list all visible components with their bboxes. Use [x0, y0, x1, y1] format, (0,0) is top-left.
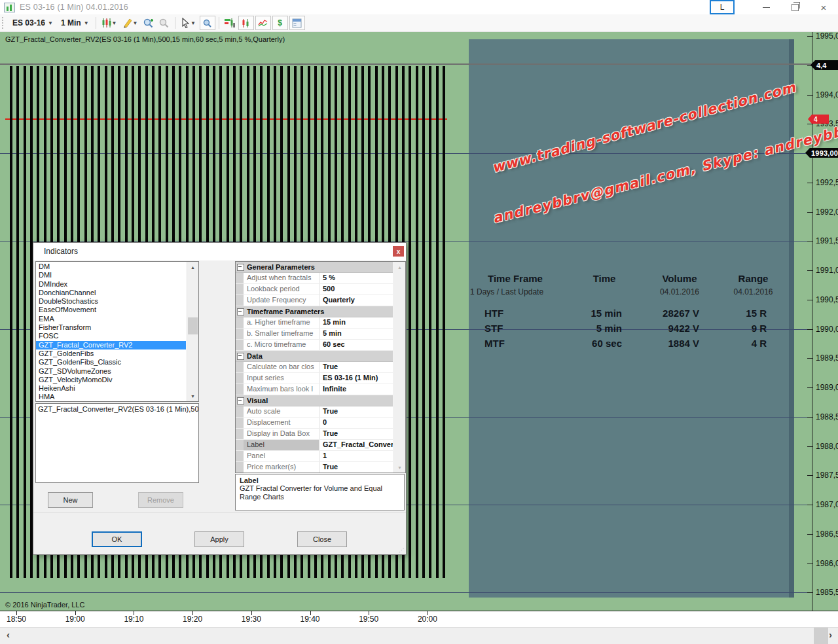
- property-value[interactable]: 1: [319, 451, 393, 461]
- property-value[interactable]: True: [319, 429, 393, 439]
- property-value[interactable]: 0: [319, 418, 393, 428]
- minimize-button[interactable]: [752, 0, 780, 14]
- property-value[interactable]: True: [319, 362, 393, 372]
- indicator-list-item[interactable]: GZT_VelocityMomoDiv: [36, 376, 186, 384]
- property-row[interactable]: Panel1: [236, 451, 393, 462]
- available-indicators-list[interactable]: DMDMIDMIndexDonchianChannelDoubleStochas…: [35, 261, 199, 402]
- ok-button[interactable]: OK: [92, 531, 142, 547]
- list-scrollbar[interactable]: ▲ ▼: [187, 262, 198, 401]
- property-value[interactable]: 5 min: [319, 329, 393, 339]
- interval-selector[interactable]: 1 Min▼: [57, 17, 93, 29]
- indicator-list-item[interactable]: GZT_Fractal_Converter_RV2: [36, 341, 186, 349]
- apply-button[interactable]: Apply: [194, 531, 244, 547]
- row-indent: [236, 451, 244, 461]
- new-button[interactable]: New: [48, 492, 93, 508]
- property-row[interactable]: Display in Data BoxTrue: [236, 429, 393, 440]
- horizontal-scrollbar[interactable]: ‹ ›: [0, 627, 838, 644]
- indicator-list-item[interactable]: HMA: [36, 393, 186, 401]
- scroll-left-icon[interactable]: ‹: [7, 629, 10, 640]
- indicator-list-item[interactable]: EMA: [36, 315, 186, 323]
- scroll-down-icon[interactable]: ▼: [187, 391, 198, 401]
- indicator-list-item[interactable]: DonchianChannel: [36, 289, 186, 297]
- bars-panel-button[interactable]: [238, 16, 254, 30]
- property-value[interactable]: Quarterly: [319, 295, 393, 306]
- indicator-list-item[interactable]: GZT_GoldenFibs_Classic: [36, 358, 186, 367]
- collapse-icon[interactable]: [237, 353, 244, 360]
- close-button[interactable]: ×: [809, 0, 838, 14]
- resize-grip[interactable]: ⋰: [399, 548, 404, 553]
- property-row[interactable]: c. Micro timeframe60 sec: [236, 340, 393, 351]
- indicator-list-item[interactable]: FOSC: [36, 332, 186, 340]
- property-row[interactable]: Lookback period500: [236, 284, 393, 295]
- price-tick-label: 1990,50: [816, 295, 838, 304]
- property-value[interactable]: 500: [319, 284, 393, 295]
- maximize-button[interactable]: [780, 0, 809, 14]
- indicator-list-item[interactable]: DMIndex: [36, 280, 186, 289]
- scroll-down-icon[interactable]: ▼: [394, 462, 405, 473]
- indicator-list-item[interactable]: EaseOfMovement: [36, 306, 186, 314]
- h-scrollbar-thumb[interactable]: [814, 628, 828, 644]
- instrument-selector[interactable]: ES 03-16▼: [9, 17, 57, 29]
- configured-indicators-list[interactable]: GZT_Fractal_Converter_RV2(ES 03-16 (1 Mi…: [35, 403, 199, 483]
- price-tick-label: 1995,00: [816, 31, 838, 41]
- list-scrollbar-thumb[interactable]: [188, 317, 198, 334]
- property-row[interactable]: a. Higher timeframe15 min: [236, 317, 393, 329]
- scroll-right-icon[interactable]: ›: [829, 629, 832, 640]
- indicator-list-item[interactable]: GZT_SDVolumeZones: [36, 367, 186, 376]
- scroll-up-icon[interactable]: ▲: [187, 262, 198, 272]
- collapse-icon[interactable]: [237, 264, 244, 271]
- cursor-tool-button[interactable]: ▼: [179, 16, 198, 29]
- indicator-list-item[interactable]: FisherTransform: [36, 323, 186, 332]
- property-row[interactable]: Price marker(s)True: [236, 462, 393, 473]
- property-grid[interactable]: General ParametersAdjust when fractals5 …: [235, 261, 406, 473]
- line-chart-button[interactable]: [255, 16, 271, 30]
- properties-button[interactable]: [289, 16, 305, 30]
- property-row[interactable]: Input seriesES 03-16 (1 Min): [236, 373, 393, 384]
- property-value[interactable]: 15 min: [319, 317, 393, 328]
- property-category-row[interactable]: Visual: [236, 395, 393, 406]
- property-row[interactable]: LabelGZT_Fractal_Conver: [236, 440, 393, 451]
- property-row[interactable]: Calculate on bar closTrue: [236, 362, 393, 373]
- chart-style-button[interactable]: ▼: [100, 16, 119, 29]
- dialog-close-button[interactable]: x: [393, 246, 404, 257]
- property-value[interactable]: True: [319, 406, 393, 417]
- property-row[interactable]: Auto scaleTrue: [236, 406, 393, 418]
- property-grid-scrollbar[interactable]: ▲ ▼: [393, 262, 405, 473]
- property-value[interactable]: 60 sec: [319, 340, 393, 350]
- property-row[interactable]: Adjust when fractals5 %: [236, 273, 393, 284]
- property-value[interactable]: GZT_Fractal_Conver: [319, 440, 393, 450]
- property-value[interactable]: Infinite: [319, 384, 393, 395]
- indicator-list-item[interactable]: HeikenAshi: [36, 384, 186, 393]
- property-value[interactable]: 5 %: [319, 273, 393, 283]
- link-button[interactable]: L: [710, 0, 735, 14]
- indicator-list-item[interactable]: DM: [36, 262, 186, 271]
- property-row[interactable]: Update FrequencyQuarterly: [236, 295, 393, 306]
- data-box-button[interactable]: [200, 16, 215, 30]
- property-category-row[interactable]: Timeframe Parameters: [236, 306, 393, 317]
- zoom-in-button[interactable]: [141, 16, 156, 29]
- property-value[interactable]: True: [319, 462, 393, 473]
- property-row[interactable]: b. Smaller timeframe5 min: [236, 329, 393, 340]
- indicator-list-item[interactable]: GZT_GoldenFibs: [36, 349, 186, 358]
- property-row[interactable]: Maximum bars look lInfinite: [236, 384, 393, 395]
- price-tick-label: 1994,00: [816, 90, 838, 99]
- collapse-icon[interactable]: [237, 397, 244, 404]
- property-value[interactable]: ES 03-16 (1 Min): [319, 373, 393, 384]
- chart-trader-button[interactable]: [223, 16, 237, 29]
- account-performance-button[interactable]: $: [272, 16, 288, 30]
- zoom-out-button[interactable]: [157, 16, 172, 29]
- collapse-icon[interactable]: [237, 308, 244, 315]
- toolbar-grip-handle[interactable]: [2, 17, 5, 29]
- property-category-row[interactable]: General Parameters: [236, 262, 393, 273]
- price-tick: [807, 300, 813, 300]
- property-row[interactable]: Displacement0: [236, 418, 393, 429]
- price-tick-label: 1986,50: [816, 529, 838, 539]
- scroll-up-icon[interactable]: ▲: [394, 262, 405, 272]
- configured-indicator-item[interactable]: GZT_Fractal_Converter_RV2(ES 03-16 (1 Mi…: [36, 404, 198, 413]
- drawing-tools-button[interactable]: ▼: [120, 16, 140, 29]
- indicator-list-item[interactable]: DMI: [36, 271, 186, 279]
- indicator-list-item[interactable]: DoubleStochastics: [36, 297, 186, 306]
- close-button[interactable]: Close: [297, 531, 347, 547]
- dialog-title-bar[interactable]: Indicators x: [33, 243, 406, 260]
- property-category-row[interactable]: Data: [236, 351, 393, 362]
